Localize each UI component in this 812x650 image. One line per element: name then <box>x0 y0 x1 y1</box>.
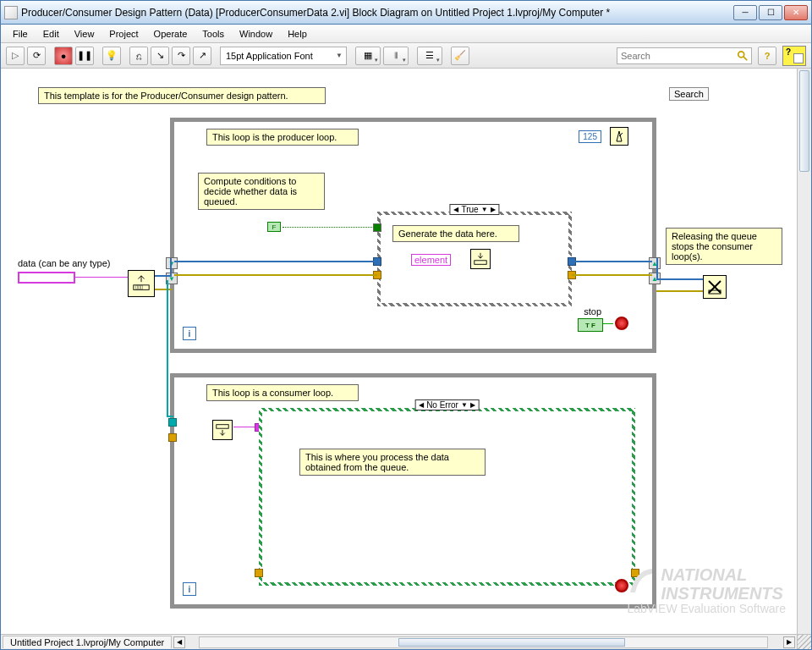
cleanup-button[interactable]: 🧹 <box>451 47 469 65</box>
canvas-area: This template is for the Producer/Consum… <box>1 69 811 649</box>
data-control[interactable] <box>18 272 75 284</box>
retain-wire-button[interactable]: ⎌ <box>129 47 148 65</box>
minimize-button[interactable]: ─ <box>733 5 757 20</box>
case-selector-2[interactable]: ◀ No Error ▼ ▶ <box>414 399 480 410</box>
search-box[interactable] <box>617 47 752 64</box>
svg-text:▯▯▯: ▯▯▯ <box>135 284 143 289</box>
element-wire <box>233 427 257 427</box>
error-wire-in <box>155 289 172 290</box>
vertical-scrollbar[interactable] <box>797 69 811 634</box>
distribute-dropdown[interactable]: ⫴ <box>383 47 409 65</box>
release-queue-comment[interactable]: Releasing the queue stops the consumer l… <box>666 228 782 265</box>
generate-comment[interactable]: Generate the data here. <box>392 225 519 242</box>
menu-operate[interactable]: Operate <box>147 27 195 41</box>
obtain-queue-node[interactable]: ▯▯▯ <box>128 270 155 297</box>
compute-comment[interactable]: Compute conditions to decide whether dat… <box>198 173 325 210</box>
tab-prev-button[interactable]: ◀ <box>173 636 185 648</box>
producer-title-comment[interactable]: This loop is the producer loop. <box>206 129 359 146</box>
template-comment[interactable]: This template is for the Producer/Consum… <box>38 87 326 104</box>
case-selector-terminal <box>373 223 381 232</box>
block-diagram[interactable]: This template is for the Producer/Consum… <box>1 69 811 649</box>
highlight-exec-button[interactable]: 💡 <box>102 47 121 65</box>
menubar: File Edit View Project Operate Tools Win… <box>1 25 811 43</box>
abort-button[interactable]: ● <box>54 47 73 65</box>
wait-ms-node[interactable] <box>610 127 628 146</box>
search-icon <box>737 50 749 62</box>
menu-file[interactable]: File <box>6 27 35 41</box>
pause-button[interactable]: ❚❚ <box>75 47 94 65</box>
vscroll-thumb[interactable] <box>799 70 809 172</box>
close-button[interactable]: ✕ <box>784 5 808 20</box>
iteration-terminal: i <box>183 327 196 340</box>
step-out-button[interactable]: ↗ <box>193 47 211 65</box>
element-label: element <box>411 254 451 266</box>
shift-reg-right-queue: ▲ <box>649 257 661 269</box>
menu-help[interactable]: Help <box>281 27 314 41</box>
stop-wire <box>603 323 613 324</box>
case-selector[interactable]: ◀ True ▼ ▶ <box>449 204 499 215</box>
menu-project[interactable]: Project <box>102 27 145 41</box>
hscroll-thumb[interactable] <box>398 638 625 647</box>
menu-tools[interactable]: Tools <box>195 27 231 41</box>
false-constant[interactable]: F <box>267 222 281 232</box>
font-dropdown[interactable]: 15pt Application Font <box>220 47 347 65</box>
step-into-button[interactable]: ↘ <box>151 47 169 65</box>
toolbar: ▷ ⟳ ● ❚❚ 💡 ⎌ ↘ ↷ ↗ 15pt Application Font… <box>1 43 811 69</box>
run-button[interactable]: ▷ <box>6 47 25 65</box>
diagram-search-button[interactable]: Search <box>669 87 709 101</box>
consumer-iteration-terminal: i <box>183 582 196 596</box>
case2-prev-icon[interactable]: ◀ <box>419 401 424 409</box>
queue-wire-in-v <box>170 258 172 275</box>
maximize-button[interactable]: ☐ <box>759 5 782 20</box>
consumer-while-loop[interactable]: This loop is a consumer loop. ◀ No Error… <box>170 373 656 609</box>
menu-window[interactable]: Window <box>233 27 279 41</box>
align-dropdown[interactable]: ▦ <box>355 47 381 65</box>
step-over-button[interactable]: ↷ <box>172 47 190 65</box>
reorder-dropdown[interactable]: ☰ <box>417 47 442 65</box>
case2-dropdown-icon[interactable]: ▼ <box>461 401 468 409</box>
enqueue-icon <box>473 251 488 267</box>
search-input[interactable] <box>621 51 732 61</box>
magenta-wire <box>75 277 128 278</box>
producer-while-loop[interactable]: This loop is the producer loop. 125 Comp… <box>170 118 656 353</box>
wait-ms-constant[interactable]: 125 <box>579 130 601 143</box>
titlebar[interactable]: Producer/Consumer Design Pattern (Data) … <box>1 1 811 25</box>
bottom-bar: Untitled Project 1.lvproj/My Computer ◀ … <box>1 634 797 649</box>
resize-grip[interactable] <box>797 634 811 649</box>
case-border-2 <box>259 408 635 586</box>
producer-case-structure[interactable]: ◀ True ▼ ▶ Generate the data here. eleme… <box>377 212 572 306</box>
context-help-icon[interactable] <box>782 46 806 66</box>
consumer-case-structure[interactable]: ◀ No Error ▼ ▶ This is where you process… <box>259 408 635 586</box>
case2-error-out-tunnel <box>631 569 639 577</box>
menu-view[interactable]: View <box>68 27 102 41</box>
case-next-icon[interactable]: ▶ <box>491 206 496 213</box>
font-label: 15pt Application Font <box>226 51 313 61</box>
dequeue-element-node[interactable] <box>212 420 233 440</box>
menu-edit[interactable]: Edit <box>36 27 66 41</box>
svg-rect-5 <box>475 261 486 265</box>
tab-next-button[interactable]: ▶ <box>783 636 795 648</box>
stop-control[interactable]: T F <box>578 318 603 332</box>
case-dropdown-icon[interactable]: ▼ <box>481 206 488 213</box>
case-selector-label: True <box>461 205 478 214</box>
queue-branch-wire-h <box>167 416 173 417</box>
horizontal-scrollbar[interactable] <box>199 636 768 648</box>
help-button[interactable]: ? <box>758 47 776 65</box>
metronome-icon <box>612 129 626 143</box>
run-cont-button[interactable]: ⟳ <box>27 47 46 65</box>
queue-wire-in <box>155 275 172 277</box>
process-comment[interactable]: This is where you process the data obtai… <box>299 449 486 476</box>
svg-point-0 <box>738 51 744 57</box>
consumer-title-comment[interactable]: This loop is a consumer loop. <box>206 384 359 401</box>
case-prev-icon[interactable]: ◀ <box>453 206 458 213</box>
case2-next-icon[interactable]: ▶ <box>470 401 475 409</box>
window-title: Producer/Consumer Design Pattern (Data) … <box>21 7 732 19</box>
project-path-tab[interactable]: Untitled Project 1.lvproj/My Computer <box>3 636 172 648</box>
queue-wire-1 <box>174 261 377 262</box>
case2-selector-label: No Error <box>426 400 458 410</box>
app-icon <box>4 6 18 19</box>
release-queue-node[interactable] <box>703 275 727 299</box>
app-window: Producer/Consumer Design Pattern (Data) … <box>0 0 812 650</box>
error-wire-2 <box>572 274 652 276</box>
enqueue-element-node[interactable] <box>470 249 491 269</box>
